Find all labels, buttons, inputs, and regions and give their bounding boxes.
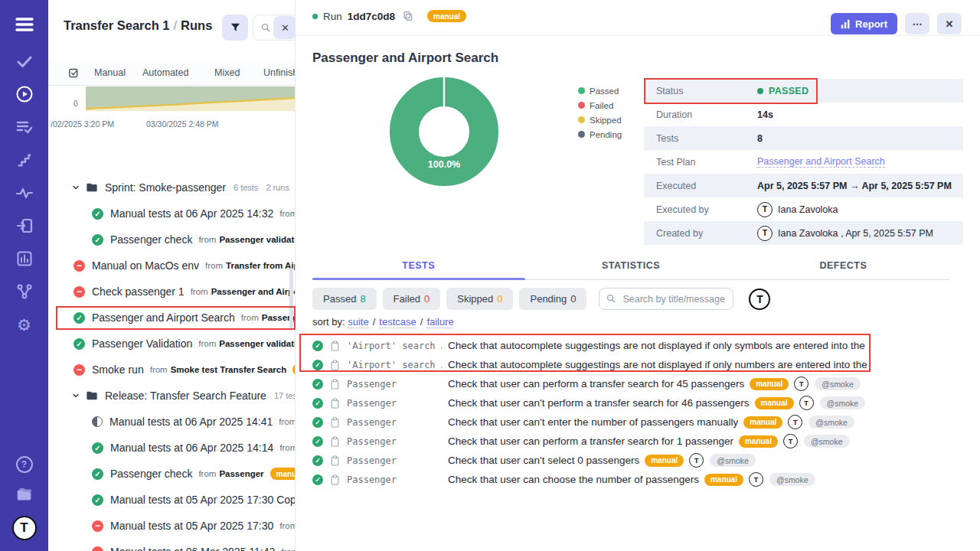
filter-button[interactable] — [222, 15, 248, 41]
test-row[interactable]: Passenger Check that user can't perform … — [296, 393, 980, 412]
tree-folder-sprint[interactable]: Sprint: Smoke-passenger 6 tests 2 runs — [48, 174, 296, 201]
tree-folder-release[interactable]: Release: Transfer Search Feature 17 test… — [48, 383, 296, 409]
filter-failed-button[interactable]: Failed0 — [383, 288, 441, 310]
milestones-icon[interactable] — [15, 151, 34, 169]
tab-unfinished[interactable]: Unfinished — [263, 67, 296, 78]
passed-dot — [578, 87, 585, 94]
tree-run[interactable]: Manual on MacOs env from Transfer from A… — [48, 253, 296, 279]
test-row[interactable]: Passenger Check that user can perform a … — [296, 432, 980, 451]
avatar: T — [689, 453, 704, 468]
passed-icon — [312, 474, 323, 485]
tree-run-selected[interactable]: Passenger and Airport Search from Passen… — [48, 305, 296, 331]
analytics-icon[interactable] — [15, 249, 34, 268]
report-button[interactable]: Report — [831, 13, 897, 34]
tree-run[interactable]: Manual tests at 06 Mar 2025 11:43 from — [48, 539, 296, 551]
breadcrumb-project[interactable]: Transfer Search 1 — [64, 18, 170, 32]
passed-icon — [74, 338, 85, 350]
detail-row-executed: Executed Apr 5, 2025 5:57 PM → Apr 5, 20… — [644, 174, 963, 197]
scrollbar-thumb[interactable] — [289, 268, 293, 331]
select-all-icon[interactable] — [67, 67, 80, 83]
tab-automated[interactable]: Automated — [142, 67, 188, 78]
tree-run[interactable]: Smoke run from Smoke test Transfer Searc… — [48, 357, 296, 383]
test-title: Check that user can perform a transfer s… — [448, 435, 733, 447]
tab-statistics[interactable]: STATISTICS — [524, 260, 737, 279]
test-row[interactable]: 'Airport' search … Check that autocomple… — [296, 355, 980, 374]
testomat-logo[interactable]: T — [12, 516, 37, 540]
runs-tree: Sprint: Smoke-passenger 6 tests 2 runs M… — [48, 174, 296, 551]
search-close-button[interactable]: ✕ — [273, 16, 296, 39]
test-title: Check that user can't perform a transfer… — [448, 397, 750, 409]
test-plan-link[interactable]: Passenger and Airport Search — [757, 156, 885, 168]
passed-icon — [92, 234, 103, 246]
tree-run[interactable]: Passenger check from Passenger validatio… — [48, 227, 296, 253]
smoke-tag[interactable]: @smoke — [710, 454, 756, 467]
tree-run[interactable]: Manual tests at 06 Apr 2025 14:32 from P… — [48, 201, 296, 227]
run-header: Run 1dd7c0d8 manual Report ⋯ ✕ — [296, 0, 980, 36]
projects-folders-icon[interactable] — [15, 485, 34, 504]
test-row[interactable]: Passenger Check that user can't select 0… — [296, 451, 980, 470]
sort-bar: sort by: suite/testcase/failure — [312, 316, 454, 328]
copy-run-id-button[interactable] — [400, 10, 416, 22]
tree-run[interactable]: Manual tests at 06 Apr 2025 14:41 from T… — [48, 409, 296, 435]
tree-run[interactable]: Manual tests at 05 Apr 2025 17:30 Copy f… — [48, 487, 296, 513]
passed-icon — [92, 468, 103, 480]
more-button[interactable]: ⋯ — [905, 13, 929, 34]
help-icon[interactable]: ? — [16, 456, 33, 473]
runs-icon[interactable] — [15, 85, 34, 103]
test-row[interactable]: Passenger Check that user can choose the… — [296, 470, 980, 489]
run-status-dot — [312, 14, 318, 19]
assignee-filter-avatar[interactable]: T — [749, 289, 770, 310]
tests-search — [599, 288, 733, 310]
test-title: Check that user can't enter the number o… — [448, 416, 738, 428]
test-row[interactable]: 'Airport' search … Check that autocomple… — [296, 336, 980, 355]
smoke-tag[interactable]: @smoke — [815, 377, 861, 390]
tests-icon[interactable] — [15, 52, 34, 70]
sort-by-suite[interactable]: suite — [348, 316, 368, 328]
tree-run[interactable]: Check passenger 1 from Passenger and Air… — [48, 279, 296, 305]
clipboard-icon — [330, 379, 340, 390]
close-run-button[interactable]: ✕ — [937, 13, 962, 34]
detail-row-tests: Tests 8 — [644, 126, 963, 150]
tab-defects[interactable]: DEFECTS — [737, 260, 949, 279]
settings-gear-icon[interactable]: ⚙ — [15, 315, 34, 334]
filter-pending-button[interactable]: Pending0 — [519, 288, 586, 310]
tab-manual[interactable]: Manual — [94, 67, 126, 78]
test-row[interactable]: Passenger Check that user can perform a … — [296, 374, 980, 393]
menu-icon[interactable] — [15, 15, 34, 34]
suite-name: Passenger — [347, 398, 442, 409]
sort-by-testcase[interactable]: testcase — [379, 316, 416, 328]
tests-search-input[interactable] — [599, 288, 733, 310]
smoke-tag[interactable]: @smoke — [808, 416, 854, 429]
active-tab-underline — [312, 278, 525, 280]
failed-dot — [578, 102, 585, 109]
test-row[interactable]: Passenger Check that user can't enter th… — [296, 412, 980, 432]
tree-run[interactable]: Passenger check from Passenger manual 6 — [48, 461, 296, 487]
filter-skipped-button[interactable]: Skipped0 — [446, 288, 513, 310]
test-title: Check that autocomplete suggestings are … — [448, 359, 867, 370]
tab-tests[interactable]: TESTS — [312, 260, 524, 279]
tree-run[interactable]: Manual tests at 05 Apr 2025 17:30 from T… — [48, 513, 296, 539]
import-icon[interactable] — [15, 217, 34, 235]
clipboard-icon — [330, 436, 340, 447]
sort-by-failure[interactable]: failure — [426, 316, 453, 328]
pending-icon — [92, 416, 103, 427]
tab-mixed[interactable]: Mixed — [214, 67, 240, 78]
clipboard-icon — [330, 341, 340, 351]
chart-x-label-start: /02/2025 3:20 PM — [51, 119, 114, 129]
manual-badge: manual — [739, 435, 778, 448]
smoke-tag[interactable]: @smoke — [820, 396, 866, 409]
tree-run[interactable]: Manual tests at 06 Apr 2025 14:14 from P… — [48, 435, 296, 461]
suite-name: Passenger — [347, 436, 442, 447]
manual-badge: manual — [427, 10, 466, 22]
tree-run[interactable]: Passenger Validation from Passenger vali… — [48, 331, 296, 357]
passed-icon — [312, 360, 323, 370]
passed-icon — [312, 417, 323, 428]
test-plans-icon[interactable] — [15, 118, 34, 136]
smoke-tag[interactable]: @smoke — [769, 473, 815, 486]
passed-icon — [312, 398, 323, 409]
filter-passed-button[interactable]: Passed8 — [312, 288, 377, 310]
pulse-icon[interactable] — [15, 184, 34, 202]
smoke-tag[interactable]: @smoke — [804, 435, 850, 448]
branch-icon[interactable] — [15, 282, 34, 301]
sidebar-nav: ⚙ — [15, 52, 34, 334]
